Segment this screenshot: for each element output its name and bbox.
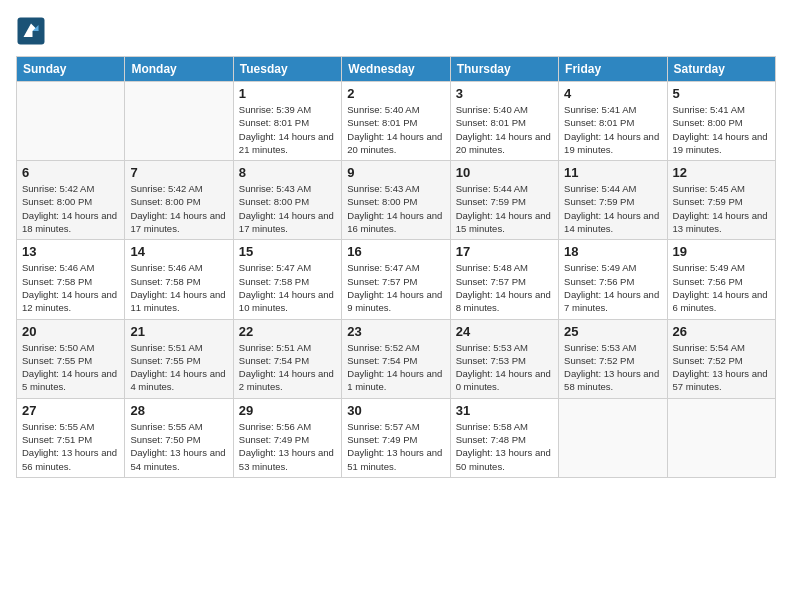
day-info: Sunrise: 5:39 AM Sunset: 8:01 PM Dayligh… bbox=[239, 103, 336, 156]
day-info: Sunrise: 5:49 AM Sunset: 7:56 PM Dayligh… bbox=[673, 261, 770, 314]
day-number: 2 bbox=[347, 86, 444, 101]
day-number: 11 bbox=[564, 165, 661, 180]
calendar-cell: 2Sunrise: 5:40 AM Sunset: 8:01 PM Daylig… bbox=[342, 82, 450, 161]
day-info: Sunrise: 5:43 AM Sunset: 8:00 PM Dayligh… bbox=[239, 182, 336, 235]
day-number: 17 bbox=[456, 244, 553, 259]
weekday-header-monday: Monday bbox=[125, 57, 233, 82]
calendar-cell: 30Sunrise: 5:57 AM Sunset: 7:49 PM Dayli… bbox=[342, 398, 450, 477]
calendar-cell: 20Sunrise: 5:50 AM Sunset: 7:55 PM Dayli… bbox=[17, 319, 125, 398]
calendar-cell: 31Sunrise: 5:58 AM Sunset: 7:48 PM Dayli… bbox=[450, 398, 558, 477]
calendar-cell: 18Sunrise: 5:49 AM Sunset: 7:56 PM Dayli… bbox=[559, 240, 667, 319]
page-header bbox=[16, 16, 776, 46]
day-info: Sunrise: 5:46 AM Sunset: 7:58 PM Dayligh… bbox=[130, 261, 227, 314]
weekday-header-saturday: Saturday bbox=[667, 57, 775, 82]
day-number: 10 bbox=[456, 165, 553, 180]
day-info: Sunrise: 5:51 AM Sunset: 7:54 PM Dayligh… bbox=[239, 341, 336, 394]
day-info: Sunrise: 5:41 AM Sunset: 8:00 PM Dayligh… bbox=[673, 103, 770, 156]
day-info: Sunrise: 5:45 AM Sunset: 7:59 PM Dayligh… bbox=[673, 182, 770, 235]
calendar-cell: 17Sunrise: 5:48 AM Sunset: 7:57 PM Dayli… bbox=[450, 240, 558, 319]
day-number: 22 bbox=[239, 324, 336, 339]
day-info: Sunrise: 5:47 AM Sunset: 7:57 PM Dayligh… bbox=[347, 261, 444, 314]
day-number: 7 bbox=[130, 165, 227, 180]
day-number: 29 bbox=[239, 403, 336, 418]
day-number: 1 bbox=[239, 86, 336, 101]
weekday-header-sunday: Sunday bbox=[17, 57, 125, 82]
day-info: Sunrise: 5:50 AM Sunset: 7:55 PM Dayligh… bbox=[22, 341, 119, 394]
day-info: Sunrise: 5:49 AM Sunset: 7:56 PM Dayligh… bbox=[564, 261, 661, 314]
logo-icon bbox=[16, 16, 46, 46]
calendar-week-row: 6Sunrise: 5:42 AM Sunset: 8:00 PM Daylig… bbox=[17, 161, 776, 240]
calendar-week-row: 13Sunrise: 5:46 AM Sunset: 7:58 PM Dayli… bbox=[17, 240, 776, 319]
calendar-cell: 13Sunrise: 5:46 AM Sunset: 7:58 PM Dayli… bbox=[17, 240, 125, 319]
calendar-week-row: 1Sunrise: 5:39 AM Sunset: 8:01 PM Daylig… bbox=[17, 82, 776, 161]
calendar-cell: 6Sunrise: 5:42 AM Sunset: 8:00 PM Daylig… bbox=[17, 161, 125, 240]
day-number: 9 bbox=[347, 165, 444, 180]
calendar-cell: 9Sunrise: 5:43 AM Sunset: 8:00 PM Daylig… bbox=[342, 161, 450, 240]
calendar-cell: 1Sunrise: 5:39 AM Sunset: 8:01 PM Daylig… bbox=[233, 82, 341, 161]
day-info: Sunrise: 5:57 AM Sunset: 7:49 PM Dayligh… bbox=[347, 420, 444, 473]
calendar-cell: 5Sunrise: 5:41 AM Sunset: 8:00 PM Daylig… bbox=[667, 82, 775, 161]
day-number: 20 bbox=[22, 324, 119, 339]
calendar-cell: 14Sunrise: 5:46 AM Sunset: 7:58 PM Dayli… bbox=[125, 240, 233, 319]
weekday-header-friday: Friday bbox=[559, 57, 667, 82]
calendar-cell bbox=[17, 82, 125, 161]
day-info: Sunrise: 5:44 AM Sunset: 7:59 PM Dayligh… bbox=[564, 182, 661, 235]
day-number: 28 bbox=[130, 403, 227, 418]
day-info: Sunrise: 5:43 AM Sunset: 8:00 PM Dayligh… bbox=[347, 182, 444, 235]
calendar-cell: 3Sunrise: 5:40 AM Sunset: 8:01 PM Daylig… bbox=[450, 82, 558, 161]
day-number: 6 bbox=[22, 165, 119, 180]
day-info: Sunrise: 5:53 AM Sunset: 7:52 PM Dayligh… bbox=[564, 341, 661, 394]
day-info: Sunrise: 5:41 AM Sunset: 8:01 PM Dayligh… bbox=[564, 103, 661, 156]
calendar: SundayMondayTuesdayWednesdayThursdayFrid… bbox=[16, 56, 776, 478]
calendar-cell bbox=[559, 398, 667, 477]
day-number: 21 bbox=[130, 324, 227, 339]
day-info: Sunrise: 5:52 AM Sunset: 7:54 PM Dayligh… bbox=[347, 341, 444, 394]
calendar-cell bbox=[667, 398, 775, 477]
day-info: Sunrise: 5:47 AM Sunset: 7:58 PM Dayligh… bbox=[239, 261, 336, 314]
calendar-cell: 25Sunrise: 5:53 AM Sunset: 7:52 PM Dayli… bbox=[559, 319, 667, 398]
day-number: 19 bbox=[673, 244, 770, 259]
day-info: Sunrise: 5:51 AM Sunset: 7:55 PM Dayligh… bbox=[130, 341, 227, 394]
day-info: Sunrise: 5:40 AM Sunset: 8:01 PM Dayligh… bbox=[456, 103, 553, 156]
calendar-cell: 28Sunrise: 5:55 AM Sunset: 7:50 PM Dayli… bbox=[125, 398, 233, 477]
day-number: 3 bbox=[456, 86, 553, 101]
day-info: Sunrise: 5:55 AM Sunset: 7:50 PM Dayligh… bbox=[130, 420, 227, 473]
day-info: Sunrise: 5:53 AM Sunset: 7:53 PM Dayligh… bbox=[456, 341, 553, 394]
calendar-week-row: 20Sunrise: 5:50 AM Sunset: 7:55 PM Dayli… bbox=[17, 319, 776, 398]
day-number: 24 bbox=[456, 324, 553, 339]
day-info: Sunrise: 5:40 AM Sunset: 8:01 PM Dayligh… bbox=[347, 103, 444, 156]
day-number: 14 bbox=[130, 244, 227, 259]
calendar-cell: 23Sunrise: 5:52 AM Sunset: 7:54 PM Dayli… bbox=[342, 319, 450, 398]
day-info: Sunrise: 5:42 AM Sunset: 8:00 PM Dayligh… bbox=[22, 182, 119, 235]
day-info: Sunrise: 5:54 AM Sunset: 7:52 PM Dayligh… bbox=[673, 341, 770, 394]
day-info: Sunrise: 5:55 AM Sunset: 7:51 PM Dayligh… bbox=[22, 420, 119, 473]
calendar-cell bbox=[125, 82, 233, 161]
day-info: Sunrise: 5:56 AM Sunset: 7:49 PM Dayligh… bbox=[239, 420, 336, 473]
day-info: Sunrise: 5:42 AM Sunset: 8:00 PM Dayligh… bbox=[130, 182, 227, 235]
calendar-cell: 16Sunrise: 5:47 AM Sunset: 7:57 PM Dayli… bbox=[342, 240, 450, 319]
day-number: 12 bbox=[673, 165, 770, 180]
logo bbox=[16, 16, 50, 46]
day-number: 13 bbox=[22, 244, 119, 259]
calendar-cell: 8Sunrise: 5:43 AM Sunset: 8:00 PM Daylig… bbox=[233, 161, 341, 240]
calendar-cell: 11Sunrise: 5:44 AM Sunset: 7:59 PM Dayli… bbox=[559, 161, 667, 240]
calendar-cell: 26Sunrise: 5:54 AM Sunset: 7:52 PM Dayli… bbox=[667, 319, 775, 398]
day-info: Sunrise: 5:58 AM Sunset: 7:48 PM Dayligh… bbox=[456, 420, 553, 473]
day-number: 15 bbox=[239, 244, 336, 259]
day-number: 8 bbox=[239, 165, 336, 180]
weekday-header-tuesday: Tuesday bbox=[233, 57, 341, 82]
calendar-cell: 10Sunrise: 5:44 AM Sunset: 7:59 PM Dayli… bbox=[450, 161, 558, 240]
calendar-cell: 12Sunrise: 5:45 AM Sunset: 7:59 PM Dayli… bbox=[667, 161, 775, 240]
day-number: 30 bbox=[347, 403, 444, 418]
calendar-cell: 7Sunrise: 5:42 AM Sunset: 8:00 PM Daylig… bbox=[125, 161, 233, 240]
day-info: Sunrise: 5:46 AM Sunset: 7:58 PM Dayligh… bbox=[22, 261, 119, 314]
calendar-cell: 22Sunrise: 5:51 AM Sunset: 7:54 PM Dayli… bbox=[233, 319, 341, 398]
day-info: Sunrise: 5:44 AM Sunset: 7:59 PM Dayligh… bbox=[456, 182, 553, 235]
day-number: 16 bbox=[347, 244, 444, 259]
day-number: 27 bbox=[22, 403, 119, 418]
day-number: 18 bbox=[564, 244, 661, 259]
calendar-cell: 21Sunrise: 5:51 AM Sunset: 7:55 PM Dayli… bbox=[125, 319, 233, 398]
weekday-header-wednesday: Wednesday bbox=[342, 57, 450, 82]
day-number: 5 bbox=[673, 86, 770, 101]
day-number: 25 bbox=[564, 324, 661, 339]
